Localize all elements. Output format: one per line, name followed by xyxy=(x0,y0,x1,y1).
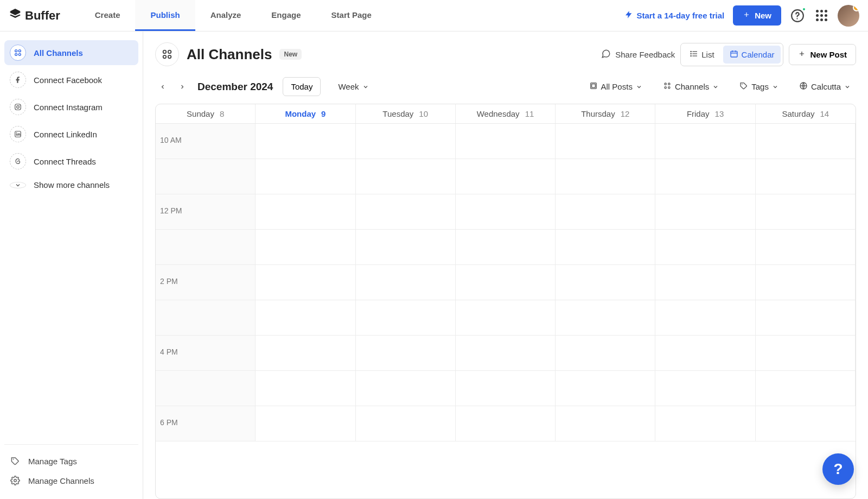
start-trial-link[interactable]: Start a 14-day free trial xyxy=(624,10,724,21)
calendar-cell[interactable]: 12 PM xyxy=(156,194,256,230)
calendar-cell[interactable] xyxy=(256,194,355,230)
calendar-cell[interactable] xyxy=(556,230,655,265)
calendar-cell[interactable] xyxy=(556,194,655,230)
calendar-cell[interactable] xyxy=(256,371,355,406)
nav-tab-startpage[interactable]: Start Page xyxy=(316,0,387,31)
new-button[interactable]: New xyxy=(733,5,781,26)
calendar-cell[interactable] xyxy=(655,159,755,194)
prev-week-button[interactable] xyxy=(155,79,170,94)
calendar-day-header[interactable]: Monday9 xyxy=(256,104,355,123)
calendar-cell[interactable] xyxy=(456,265,556,300)
apps-menu-button[interactable] xyxy=(814,8,829,23)
calendar-cell[interactable] xyxy=(356,406,456,441)
calendar-cell[interactable] xyxy=(756,371,856,406)
calendar-cell[interactable] xyxy=(156,159,256,194)
calendar-cell[interactable] xyxy=(655,230,755,265)
view-list-button[interactable]: List xyxy=(683,46,720,64)
calendar-cell[interactable] xyxy=(456,194,556,230)
calendar-cell[interactable] xyxy=(356,230,456,265)
calendar-cell[interactable] xyxy=(456,406,556,441)
timezone-dropdown[interactable]: Calcutta xyxy=(794,77,856,96)
sidebar-item-linkedin[interactable]: Connect LinkedIn xyxy=(4,122,138,147)
calendar-cell[interactable] xyxy=(655,371,755,406)
calendar-cell[interactable] xyxy=(256,265,355,300)
calendar-cell[interactable] xyxy=(556,300,655,336)
calendar-cell[interactable] xyxy=(256,406,355,441)
calendar-cell[interactable] xyxy=(156,300,256,336)
calendar-cell[interactable] xyxy=(556,265,655,300)
calendar-cell[interactable] xyxy=(756,406,856,441)
sidebar-item-show-more[interactable]: Show more channels xyxy=(4,176,138,194)
calendar-cell[interactable] xyxy=(756,265,856,300)
calendar-cell[interactable] xyxy=(156,230,256,265)
calendar-cell[interactable] xyxy=(655,265,755,300)
user-avatar[interactable] xyxy=(838,5,859,27)
calendar-cell[interactable] xyxy=(655,336,755,371)
calendar-cell[interactable] xyxy=(756,300,856,336)
calendar-cell[interactable] xyxy=(456,159,556,194)
calendar-cell[interactable] xyxy=(756,230,856,265)
calendar-body[interactable]: 10 AM12 PM2 PM4 PM6 PM xyxy=(156,124,856,498)
calendar-cell[interactable] xyxy=(556,336,655,371)
calendar-cell[interactable]: 6 PM xyxy=(156,406,256,441)
calendar-day-header[interactable]: Saturday14 xyxy=(756,104,856,123)
calendar-cell[interactable] xyxy=(556,124,655,159)
calendar-cell[interactable] xyxy=(356,194,456,230)
calendar-cell[interactable] xyxy=(556,371,655,406)
calendar-day-header[interactable]: Wednesday11 xyxy=(456,104,556,123)
calendar-cell[interactable] xyxy=(556,159,655,194)
calendar-cell[interactable] xyxy=(655,194,755,230)
nav-tab-engage[interactable]: Engage xyxy=(256,0,316,31)
calendar-day-header[interactable]: Thursday12 xyxy=(556,104,655,123)
sidebar-item-facebook[interactable]: Connect Facebook xyxy=(4,67,138,92)
calendar-cell[interactable] xyxy=(356,265,456,300)
help-button[interactable] xyxy=(790,8,805,23)
calendar-cell[interactable]: 10 AM xyxy=(156,124,256,159)
calendar-cell[interactable] xyxy=(456,300,556,336)
calendar-cell[interactable] xyxy=(655,406,755,441)
calendar-cell[interactable]: 4 PM xyxy=(156,336,256,371)
filter-channels-dropdown[interactable]: Channels xyxy=(658,77,724,96)
sidebar-item-all-channels[interactable]: All Channels xyxy=(4,40,138,65)
calendar-cell[interactable] xyxy=(356,159,456,194)
calendar-cell[interactable] xyxy=(655,124,755,159)
today-button[interactable]: Today xyxy=(283,77,321,96)
calendar-cell[interactable] xyxy=(256,159,355,194)
view-calendar-button[interactable]: Calendar xyxy=(723,46,781,64)
calendar-cell[interactable] xyxy=(256,300,355,336)
calendar-cell[interactable] xyxy=(756,124,856,159)
calendar-cell[interactable] xyxy=(756,159,856,194)
calendar-cell[interactable] xyxy=(456,230,556,265)
calendar-cell[interactable] xyxy=(356,371,456,406)
range-dropdown[interactable]: Week xyxy=(333,78,374,96)
calendar-cell[interactable] xyxy=(556,406,655,441)
calendar-day-header[interactable]: Friday13 xyxy=(655,104,755,123)
calendar-cell[interactable] xyxy=(256,124,355,159)
calendar-cell[interactable] xyxy=(456,336,556,371)
calendar-cell[interactable] xyxy=(256,336,355,371)
calendar-cell[interactable] xyxy=(456,371,556,406)
calendar-cell[interactable]: 2 PM xyxy=(156,265,256,300)
new-post-button[interactable]: New Post xyxy=(789,44,856,65)
calendar-cell[interactable] xyxy=(756,194,856,230)
calendar-cell[interactable] xyxy=(156,371,256,406)
calendar-cell[interactable] xyxy=(655,300,755,336)
sidebar-item-manage-channels[interactable]: Manage Channels xyxy=(4,471,138,490)
calendar-cell[interactable] xyxy=(456,124,556,159)
calendar-cell[interactable] xyxy=(356,124,456,159)
calendar-day-header[interactable]: Sunday8 xyxy=(156,104,256,123)
share-feedback-button[interactable]: Share Feedback xyxy=(601,49,675,60)
calendar-cell[interactable] xyxy=(356,336,456,371)
calendar-cell[interactable] xyxy=(356,300,456,336)
filter-tags-dropdown[interactable]: Tags xyxy=(734,77,784,96)
calendar-cell[interactable] xyxy=(256,230,355,265)
sidebar-item-manage-tags[interactable]: Manage Tags xyxy=(4,451,138,471)
calendar-cell[interactable] xyxy=(756,336,856,371)
sidebar-item-instagram[interactable]: Connect Instagram xyxy=(4,94,138,119)
nav-tab-publish[interactable]: Publish xyxy=(135,0,195,31)
help-fab[interactable]: ? xyxy=(822,453,854,485)
filter-posts-dropdown[interactable]: All Posts xyxy=(584,77,648,96)
sidebar-item-threads[interactable]: Connect Threads xyxy=(4,149,138,174)
nav-tab-create[interactable]: Create xyxy=(80,0,136,31)
nav-tab-analyze[interactable]: Analyze xyxy=(195,0,257,31)
